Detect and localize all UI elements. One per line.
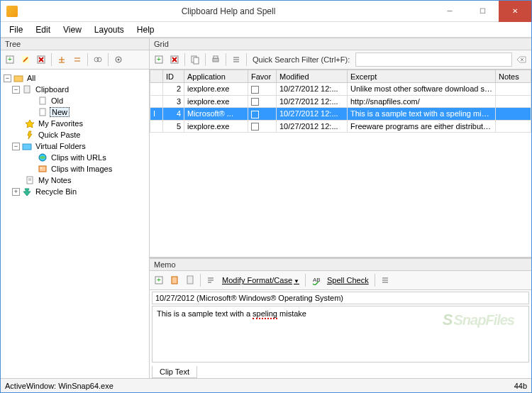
page-icon xyxy=(38,107,48,117)
checkbox-icon[interactable] xyxy=(251,111,259,118)
col-app[interactable]: Application xyxy=(184,70,248,83)
tree-node-old[interactable]: Old xyxy=(2,95,148,106)
tree-node-quickpaste[interactable]: Quick Paste xyxy=(2,129,148,140)
chevron-down-icon: ▼ xyxy=(294,278,299,284)
maximize-button[interactable]: ☐ xyxy=(466,1,499,22)
memo-pane: Memo + Modify Format/Case▼ ABC Spell Che… xyxy=(150,258,531,378)
tab-clip-text[interactable]: Clip Text xyxy=(152,366,197,378)
svg-text:+: + xyxy=(8,55,12,63)
favorites-icon xyxy=(25,118,35,128)
grid-print-icon[interactable] xyxy=(209,52,223,67)
separator xyxy=(305,274,306,287)
col-id[interactable]: ID xyxy=(163,70,184,83)
col-favor[interactable]: Favor xyxy=(248,70,277,83)
tree-node-clips-images[interactable]: Clips with Images xyxy=(2,163,148,175)
expander-icon[interactable]: − xyxy=(12,143,20,150)
svg-rect-19 xyxy=(40,97,45,104)
tree-delete-icon[interactable] xyxy=(34,52,48,67)
svg-point-26 xyxy=(40,167,42,169)
tree-node-favorites[interactable]: My Favorites xyxy=(2,118,148,129)
expander-icon[interactable]: − xyxy=(12,86,20,94)
search-label: Quick Search Filter (Ctrl+F): xyxy=(253,55,350,64)
table-row[interactable]: 5iexplore.exe10/27/2012 12:...Freeware p… xyxy=(150,120,531,133)
tree-node-recycle[interactable]: +Recycle Bin xyxy=(2,186,148,197)
svg-marker-21 xyxy=(26,120,34,128)
svg-rect-20 xyxy=(40,109,45,116)
tree-settings-icon[interactable] xyxy=(111,52,126,67)
folder-icon xyxy=(13,73,23,83)
table-row[interactable]: 3iexplore.exe10/27/2012 12:...http://sna… xyxy=(150,95,531,108)
tree-node-virtual[interactable]: −Virtual Folders xyxy=(2,140,148,152)
close-button[interactable]: ✕ xyxy=(499,1,531,22)
separator xyxy=(205,53,206,66)
col-modified[interactable]: Modified xyxy=(277,70,348,83)
tree-node-notes[interactable]: My Notes xyxy=(2,175,148,186)
table-row[interactable]: 2iexplore.exe10/27/2012 12:...Unlike mos… xyxy=(150,83,531,96)
tree-link-icon[interactable] xyxy=(91,52,105,67)
grid-new-icon[interactable]: + xyxy=(152,52,166,67)
svg-rect-37 xyxy=(213,58,218,62)
tree-collapse-icon[interactable] xyxy=(70,52,84,67)
col-marker[interactable] xyxy=(150,70,163,83)
statusbar: ActiveWindow: WinSnap64.exe 44b xyxy=(1,378,531,392)
spellcheck-button[interactable]: Spell Check xyxy=(324,276,372,284)
tree-node-clips-urls[interactable]: Clips with URLs xyxy=(2,152,148,163)
memo-format-icon[interactable] xyxy=(204,273,218,287)
image-icon xyxy=(38,164,48,174)
modify-format-button[interactable]: Modify Format/Case▼ xyxy=(219,276,302,284)
svg-rect-38 xyxy=(214,56,218,58)
memo-copy-icon[interactable] xyxy=(167,273,182,287)
checkbox-icon[interactable] xyxy=(251,86,259,94)
expander-icon[interactable]: − xyxy=(4,74,11,82)
menubar: File Edit View Layouts Help xyxy=(1,22,531,38)
spellcheck-icon[interactable]: ABC xyxy=(309,273,323,287)
grid-options-icon[interactable] xyxy=(229,52,243,67)
minimize-button[interactable]: ─ xyxy=(433,1,466,22)
app-icon xyxy=(6,6,18,17)
memo-paste-icon[interactable] xyxy=(183,273,197,287)
search-input[interactable] xyxy=(355,52,512,67)
memo-title-field[interactable]: 10/27/2012 (Microsoft® Windows® Operatin… xyxy=(152,292,529,304)
grid-body[interactable]: ID Application Favor Modified Excerpt No… xyxy=(150,70,531,258)
memo-body[interactable]: This is a sample text with a speling mis… xyxy=(152,306,529,362)
col-excerpt[interactable]: Excerpt xyxy=(348,70,496,83)
tree-body[interactable]: −All −Clipboard Old New My Favorites Qui… xyxy=(1,70,149,378)
expander-icon[interactable]: + xyxy=(12,188,20,196)
note-icon xyxy=(25,175,35,185)
menu-edit[interactable]: Edit xyxy=(30,23,56,36)
tree-expand-icon[interactable] xyxy=(55,52,69,67)
clear-search-icon[interactable] xyxy=(514,52,529,67)
grid-delete-icon[interactable] xyxy=(167,52,182,67)
tree-new-icon[interactable]: + xyxy=(3,52,17,67)
separator xyxy=(226,53,226,66)
svg-rect-17 xyxy=(24,86,30,93)
checkbox-icon[interactable] xyxy=(251,98,259,106)
svg-text:ABC: ABC xyxy=(313,277,321,283)
checkbox-icon[interactable] xyxy=(251,123,259,131)
grid-copy-icon[interactable] xyxy=(188,52,202,67)
menu-view[interactable]: View xyxy=(57,23,87,36)
window-controls: ─ ☐ ✕ xyxy=(433,1,531,22)
svg-rect-36 xyxy=(194,57,199,64)
col-notes[interactable]: Notes xyxy=(496,70,531,83)
menu-file[interactable]: File xyxy=(4,23,28,36)
right-pane: Grid + Quick Search Filter (Ctrl+F): ID xyxy=(150,38,531,378)
memo-options-icon[interactable] xyxy=(378,273,392,287)
table-row[interactable]: I4Microsoft® ...10/27/2012 12:...This is… xyxy=(150,108,531,121)
memo-toolbar: + Modify Format/Case▼ ABC Spell Check xyxy=(150,271,531,290)
memo-new-icon[interactable]: + xyxy=(152,273,166,287)
tree-node-all[interactable]: −All xyxy=(2,72,148,84)
separator xyxy=(87,53,88,66)
titlebar: Clipboard Help and Spell ─ ☐ ✕ xyxy=(1,1,531,22)
svg-marker-22 xyxy=(28,131,32,139)
svg-text:+: + xyxy=(157,276,161,284)
tree-edit-icon[interactable] xyxy=(18,52,33,67)
menu-help[interactable]: Help xyxy=(131,23,160,36)
tree-toolbar: + xyxy=(1,50,149,70)
separator xyxy=(184,53,185,66)
tree-node-new[interactable]: New xyxy=(2,106,148,118)
svg-rect-16 xyxy=(14,76,23,82)
tree-node-clipboard[interactable]: −Clipboard xyxy=(2,84,148,95)
menu-layouts[interactable]: Layouts xyxy=(89,23,130,36)
separator xyxy=(375,274,375,287)
